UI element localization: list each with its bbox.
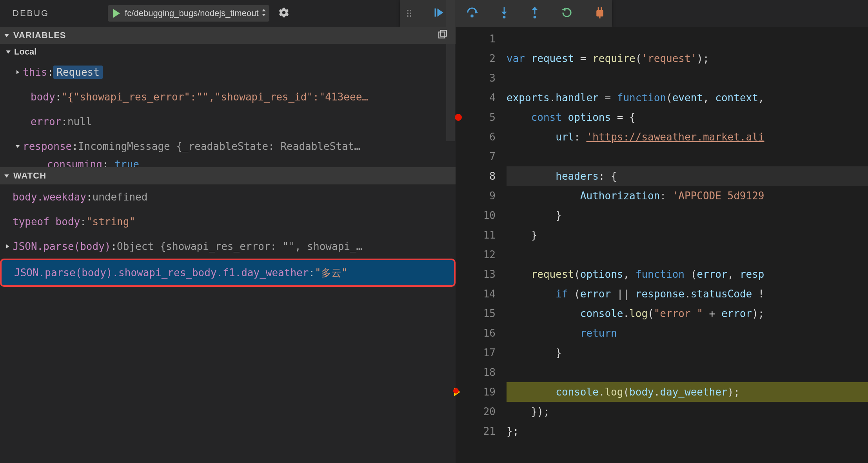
code-line[interactable] xyxy=(507,29,868,49)
line-number[interactable]: 18 xyxy=(456,363,496,382)
variable-row[interactable]: this: Request xyxy=(0,60,456,84)
line-number[interactable]: 9 xyxy=(456,186,496,206)
code-line[interactable]: headers: { xyxy=(507,166,868,186)
svg-marker-22 xyxy=(16,70,19,74)
chevron-down-icon xyxy=(5,47,11,57)
code-line[interactable]: }); xyxy=(507,402,868,421)
code-line[interactable] xyxy=(507,68,868,88)
variable-value: IncomingMessage {_readableState: Readabl… xyxy=(78,140,360,152)
watch-title: WATCH xyxy=(13,171,46,181)
code-line[interactable]: console.log(body.day_weether); xyxy=(507,382,868,402)
line-number[interactable]: 15 xyxy=(456,304,496,323)
line-number[interactable]: 13 xyxy=(456,264,496,284)
svg-marker-8 xyxy=(501,11,507,15)
variables-section-header[interactable]: VARIABLES xyxy=(0,27,456,44)
launch-config-selector[interactable]: fc/debugging_bugs/nodejs_timeout xyxy=(108,5,269,22)
code-line[interactable]: console.log("error " + error); xyxy=(507,304,868,323)
chevron-down-icon xyxy=(13,144,23,149)
line-number[interactable]: 20 xyxy=(456,402,496,421)
local-scope-title: Local xyxy=(14,47,36,57)
svg-rect-20 xyxy=(441,30,447,36)
code-line[interactable]: var request = require('request'); xyxy=(507,49,868,68)
dropdown-icon xyxy=(261,8,267,19)
code-line[interactable]: } xyxy=(507,343,868,363)
line-number[interactable]: 8 xyxy=(456,166,496,186)
watch-section-header[interactable]: WATCH xyxy=(0,167,456,184)
step-over-button[interactable] xyxy=(466,7,478,20)
code-line[interactable]: } xyxy=(507,225,868,245)
code-line[interactable]: const options = { xyxy=(507,108,868,127)
svg-marker-18 xyxy=(4,34,9,37)
chevron-right-icon xyxy=(13,70,23,75)
line-number[interactable]: 4 xyxy=(456,88,496,108)
code-line[interactable]: } xyxy=(507,206,868,225)
variable-row[interactable]: body: "{"showapi_res_error":"","showapi_… xyxy=(0,84,456,109)
code-line[interactable] xyxy=(507,147,868,166)
variable-row[interactable]: consuming: true xyxy=(0,159,456,167)
restart-button[interactable] xyxy=(561,7,573,20)
line-number[interactable]: 5 xyxy=(456,108,496,127)
variable-name: body xyxy=(31,91,55,103)
variable-name: error xyxy=(31,116,61,128)
code-line[interactable]: request(options, function (error, resp xyxy=(507,264,868,284)
line-number[interactable]: 19 xyxy=(456,382,496,402)
watch-expression: JSON.parse(body).showapi_res_body.f1.day… xyxy=(14,267,309,279)
svg-marker-13 xyxy=(562,7,566,11)
line-number[interactable]: 17 xyxy=(456,343,496,363)
line-number[interactable]: 16 xyxy=(456,323,496,343)
code-line[interactable]: if (error || response.statusCode ! xyxy=(507,284,868,304)
debug-top-bar: DEBUG fc/debugging_bugs/nodejs_timeout xyxy=(0,0,868,27)
line-number[interactable]: 3 xyxy=(456,68,496,88)
svg-rect-19 xyxy=(439,32,445,38)
code-line[interactable]: exports.handler = function(event, contex… xyxy=(507,88,868,108)
watch-value: undefined xyxy=(93,191,148,203)
svg-marker-0 xyxy=(113,9,120,18)
svg-point-6 xyxy=(470,15,474,18)
line-number[interactable]: 14 xyxy=(456,284,496,304)
chevron-down-icon xyxy=(4,30,9,40)
svg-marker-24 xyxy=(4,175,9,178)
variable-name: this xyxy=(23,66,47,78)
watch-expression: body.weekday xyxy=(13,191,86,203)
step-into-button[interactable] xyxy=(500,7,508,20)
line-number[interactable]: 10 xyxy=(456,206,496,225)
svg-marker-11 xyxy=(532,7,538,10)
line-number[interactable]: 7 xyxy=(456,147,496,166)
code-editor[interactable]: 123456789101112131415161718192021 var re… xyxy=(456,27,868,463)
launch-config-name: fc/debugging_bugs/nodejs_timeout xyxy=(125,8,258,18)
code-line[interactable] xyxy=(507,245,868,264)
line-number[interactable]: 12 xyxy=(456,245,496,264)
code-line[interactable] xyxy=(507,363,868,382)
svg-marker-25 xyxy=(6,244,9,248)
variable-row[interactable]: error: null xyxy=(0,109,456,134)
line-number[interactable]: 2 xyxy=(456,49,496,68)
continue-button[interactable] xyxy=(433,7,444,20)
line-number[interactable]: 21 xyxy=(456,421,496,441)
debug-sidebar: VARIABLES Local this: Requestbody: "{"sh… xyxy=(0,27,456,463)
code-line[interactable]: }; xyxy=(507,421,868,441)
watch-expression-row[interactable]: JSON.parse(body): Object {showapi_res_er… xyxy=(0,234,456,259)
variable-value: null xyxy=(67,116,92,128)
gear-icon[interactable] xyxy=(278,7,290,20)
local-scope-header[interactable]: Local xyxy=(0,44,456,60)
sidebar-scrollbar[interactable] xyxy=(446,0,455,141)
code-line[interactable]: return xyxy=(507,323,868,343)
code-line[interactable]: url: 'https://saweather.market.ali xyxy=(507,127,868,147)
line-number[interactable]: 11 xyxy=(456,225,496,245)
drag-handle-icon[interactable] xyxy=(407,10,411,17)
svg-marker-1 xyxy=(262,9,266,11)
line-number[interactable]: 1 xyxy=(456,29,496,49)
code-line[interactable]: Authorization: 'APPCODE 5d9129 xyxy=(507,186,868,206)
variable-row[interactable]: response: IncomingMessage {_readableStat… xyxy=(0,134,456,159)
variable-name: response xyxy=(23,140,72,152)
code-content[interactable]: var request = require('request');exports… xyxy=(507,27,868,463)
step-out-button[interactable] xyxy=(530,7,539,20)
watch-expression-row[interactable]: JSON.parse(body).showapi_res_body.f1.day… xyxy=(0,259,456,287)
watch-expression-row[interactable]: body.weekday: undefined xyxy=(0,184,456,209)
line-number[interactable]: 6 xyxy=(456,127,496,147)
watch-expression-row[interactable]: typeof body: "string" xyxy=(0,209,456,234)
svg-rect-14 xyxy=(596,10,603,16)
collapse-all-icon[interactable] xyxy=(438,29,448,42)
disconnect-button[interactable] xyxy=(595,7,605,20)
line-number-gutter: 123456789101112131415161718192021 xyxy=(456,27,507,463)
